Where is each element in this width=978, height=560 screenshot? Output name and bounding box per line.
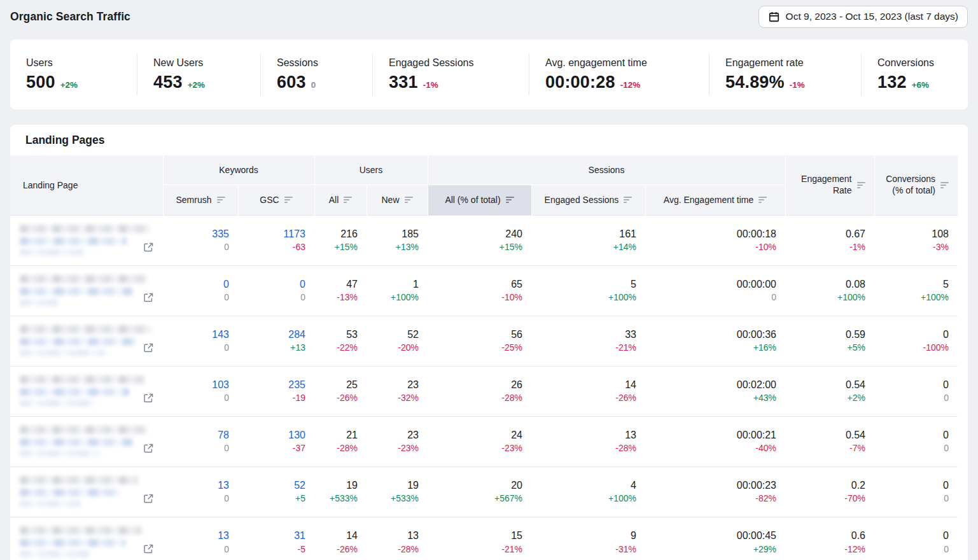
kpi-label: Sessions bbox=[277, 57, 360, 69]
conversions-pct-cell: 00 bbox=[874, 366, 958, 416]
cell-change: +567% bbox=[428, 493, 522, 505]
cell-value: 00:02:00 bbox=[645, 377, 776, 392]
cell-value[interactable]: 13 bbox=[163, 528, 229, 543]
cell-value[interactable]: 235 bbox=[238, 377, 305, 392]
engaged-sessions-cell: 14-26% bbox=[531, 366, 645, 416]
cell-change: -100% bbox=[874, 342, 949, 354]
cell-value: 0 bbox=[874, 377, 949, 392]
conversions-pct-cell: 108-3% bbox=[874, 215, 958, 265]
keywords-semrush-cell[interactable]: 130 bbox=[163, 517, 238, 560]
keywords-gsc-cell[interactable]: 00 bbox=[238, 265, 314, 316]
cell-value: 20 bbox=[428, 478, 522, 493]
engagement-rate-cell: 0.08+100% bbox=[785, 265, 874, 316]
column-header-users-all[interactable]: All bbox=[314, 185, 367, 215]
external-link-icon[interactable] bbox=[143, 493, 154, 507]
redacted-url-text bbox=[20, 476, 138, 484]
landing-page-cell bbox=[10, 265, 163, 316]
keywords-gsc-cell[interactable]: 31-5 bbox=[238, 517, 314, 560]
engaged-sessions-cell: 4+100% bbox=[531, 466, 645, 517]
redacted-url-text bbox=[20, 539, 125, 547]
external-link-icon[interactable] bbox=[143, 342, 154, 356]
keywords-gsc-cell[interactable]: 235-19 bbox=[238, 366, 314, 416]
engagement-rate-cell: 0.6-12% bbox=[785, 517, 874, 560]
column-header-conversions[interactable]: Conversions (% of total) bbox=[874, 155, 958, 215]
cell-value: 00:00:36 bbox=[645, 327, 776, 342]
cell-value[interactable]: 0 bbox=[238, 277, 305, 291]
keywords-semrush-cell[interactable]: 00 bbox=[163, 265, 238, 316]
external-link-icon[interactable] bbox=[143, 292, 154, 305]
users-new-cell: 19+533% bbox=[367, 466, 428, 517]
column-header-keywords-gsc[interactable]: GSC bbox=[238, 185, 314, 215]
column-header-avg-engagement-time[interactable]: Avg. Engagement time bbox=[645, 185, 785, 215]
cell-change: +13 bbox=[238, 342, 305, 354]
cell-value[interactable]: 130 bbox=[238, 428, 305, 442]
cell-value: 00:00:23 bbox=[645, 478, 776, 493]
cell-value: 0.08 bbox=[785, 277, 865, 291]
cell-change: +2% bbox=[785, 392, 865, 405]
cell-value[interactable]: 0 bbox=[163, 277, 229, 291]
kpi-value: 453 bbox=[153, 73, 183, 92]
cell-change: -26% bbox=[531, 392, 636, 405]
cell-value: 00:00:00 bbox=[645, 277, 776, 291]
landing-page-cell bbox=[10, 366, 163, 416]
cell-change: +533% bbox=[367, 493, 419, 505]
users-new-cell: 1+100% bbox=[367, 265, 428, 316]
cell-value[interactable]: 143 bbox=[163, 327, 229, 342]
sessions-all-pct-cell: 56-25% bbox=[428, 316, 531, 366]
cell-value: 0 bbox=[874, 327, 949, 342]
cell-value[interactable]: 13 bbox=[163, 478, 229, 493]
keywords-gsc-cell[interactable]: 130-37 bbox=[238, 416, 314, 466]
landing-pages-table: Landing Page Keywords Users Sessions Eng… bbox=[10, 155, 958, 560]
cell-change: +100% bbox=[874, 291, 949, 304]
users-new-cell: 23-32% bbox=[367, 366, 428, 416]
kpi-conversions: Conversions132+6% bbox=[861, 53, 968, 95]
group-header-sessions: Sessions bbox=[428, 155, 785, 185]
external-link-icon[interactable] bbox=[143, 393, 154, 406]
column-header-sessions-all-pct[interactable]: All (% of total) bbox=[428, 185, 531, 215]
engaged-sessions-cell: 13-28% bbox=[531, 416, 645, 466]
landing-page-cell bbox=[10, 466, 163, 517]
cell-change: +14% bbox=[531, 241, 636, 254]
cell-change: -7% bbox=[785, 442, 865, 455]
cell-value[interactable]: 284 bbox=[238, 327, 305, 342]
conversions-pct-cell: 0-100% bbox=[874, 316, 958, 366]
cell-value[interactable]: 335 bbox=[163, 227, 229, 241]
keywords-gsc-cell[interactable]: 52+5 bbox=[238, 466, 314, 517]
kpi-change: -1% bbox=[423, 80, 438, 90]
column-header-users-new[interactable]: New bbox=[367, 185, 428, 215]
keywords-semrush-cell[interactable]: 780 bbox=[163, 416, 238, 466]
external-link-icon[interactable] bbox=[143, 443, 154, 456]
external-link-icon[interactable] bbox=[143, 543, 154, 557]
cell-value[interactable]: 31 bbox=[238, 528, 305, 543]
date-range-picker[interactable]: Oct 9, 2023 - Oct 15, 2023 (last 7 days) bbox=[758, 6, 968, 28]
landing-page-cell bbox=[10, 517, 163, 560]
cell-change: -3% bbox=[874, 241, 949, 254]
sessions-all-pct-cell: 24-23% bbox=[428, 416, 531, 466]
redacted-url-text bbox=[20, 489, 120, 496]
redacted-url-text bbox=[20, 275, 147, 283]
keywords-semrush-cell[interactable]: 1030 bbox=[163, 366, 238, 416]
column-header-engagement-rate[interactable]: Engagement Rate bbox=[785, 155, 874, 215]
cell-change: -63 bbox=[238, 241, 305, 254]
cell-value[interactable]: 1173 bbox=[238, 227, 305, 241]
sort-icon bbox=[284, 197, 293, 203]
cell-value[interactable]: 103 bbox=[163, 377, 229, 392]
external-link-icon[interactable] bbox=[143, 242, 154, 255]
cell-value[interactable]: 52 bbox=[238, 478, 305, 493]
keywords-gsc-cell[interactable]: 284+13 bbox=[238, 316, 314, 366]
column-header-keywords-semrush[interactable]: Semrush bbox=[163, 185, 238, 215]
cell-value: 19 bbox=[367, 478, 419, 493]
redacted-url-text bbox=[20, 288, 133, 295]
users-new-cell: 23-23% bbox=[367, 416, 428, 466]
cell-change: +29% bbox=[645, 543, 776, 556]
cell-change: +533% bbox=[314, 493, 358, 505]
cell-change: -20% bbox=[367, 342, 419, 354]
keywords-semrush-cell[interactable]: 3350 bbox=[163, 215, 238, 265]
keywords-semrush-cell[interactable]: 130 bbox=[163, 466, 238, 517]
keywords-semrush-cell[interactable]: 1430 bbox=[163, 316, 238, 366]
cell-change: 0 bbox=[874, 543, 949, 556]
keywords-gsc-cell[interactable]: 1173-63 bbox=[238, 215, 314, 265]
cell-value[interactable]: 78 bbox=[163, 428, 229, 442]
cell-value: 25 bbox=[314, 377, 358, 392]
column-header-engaged-sessions[interactable]: Engaged Sessions bbox=[531, 185, 645, 215]
